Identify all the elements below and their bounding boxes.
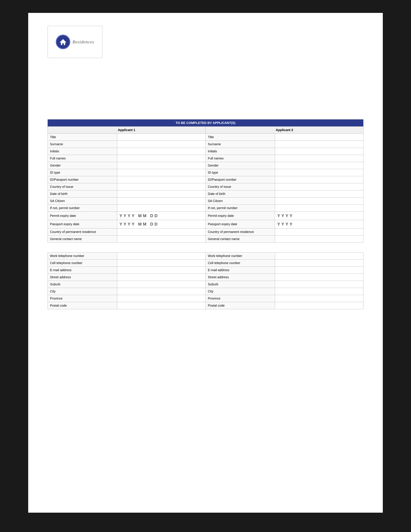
app1-value-11[interactable]: YYYY MM DD xyxy=(117,212,206,220)
app2-value-4[interactable] xyxy=(275,162,364,169)
contact-value-app1-2[interactable] xyxy=(117,267,206,274)
app1-value-7[interactable] xyxy=(117,183,206,190)
app1-label-1: Surname xyxy=(48,141,117,148)
app2-value-3[interactable] xyxy=(275,155,364,162)
contact-value-app2-3[interactable] xyxy=(275,274,364,281)
app2-value-1[interactable] xyxy=(275,141,364,148)
contact-label-app1-3: Street address xyxy=(48,274,117,281)
app2-label-8: Date of birth xyxy=(206,190,275,198)
app1-value-12[interactable]: YYYY MM DD xyxy=(117,220,206,228)
app1-label-4: Gender xyxy=(48,162,117,169)
contact-value-app2-6[interactable] xyxy=(275,295,364,302)
app1-label-8: Date of birth xyxy=(48,190,117,198)
logo-circle xyxy=(56,35,70,49)
app1-label-5: ID type xyxy=(48,169,117,176)
app2-value-14[interactable] xyxy=(275,236,364,243)
contact-value-app1-5[interactable] xyxy=(117,288,206,295)
app2-label-6: ID/Passport number xyxy=(206,176,275,183)
app1-label-7: Country of issue xyxy=(48,183,117,190)
app1-label-6: ID/Passport number xyxy=(48,176,117,183)
contact-label-app1-6: Province xyxy=(48,295,117,302)
page: Residences TO BE COMPLETED BY APPLICANT(… xyxy=(28,13,383,513)
date-placeholder-app2-11: YYYY xyxy=(277,213,293,218)
contact-label-app2-3: Street address xyxy=(206,274,275,281)
app1-value-13[interactable] xyxy=(117,228,206,236)
app1-label-13: Country of permanent residence xyxy=(48,228,117,236)
app1-value-3[interactable] xyxy=(117,155,206,162)
app2-label-5: ID type xyxy=(206,169,275,176)
contact-value-app1-1[interactable] xyxy=(117,260,206,267)
contact-label-app2-0: Work telephone number xyxy=(206,252,275,260)
app2-value-6[interactable] xyxy=(275,176,364,183)
app2-label-0: Title xyxy=(206,134,275,141)
logo-inner: Residences xyxy=(56,35,94,49)
contact-value-app1-3[interactable] xyxy=(117,274,206,281)
app1-value-9[interactable] xyxy=(117,198,206,205)
section-title: TO BE COMPLETED BY APPLICANT(S) xyxy=(48,119,364,127)
contact-label-app2-4: Suburb xyxy=(206,281,275,288)
app2-value-7[interactable] xyxy=(275,183,364,190)
app1-label-14: General contact name xyxy=(48,236,117,243)
contact-value-app2-5[interactable] xyxy=(275,288,364,295)
date-placeholder-app1-12: YYYY MM DD xyxy=(120,222,159,227)
contact-label-app1-4: Suburb xyxy=(48,281,117,288)
contact-value-app2-1[interactable] xyxy=(275,260,364,267)
applicant1-header: Applicant 1 xyxy=(48,127,206,134)
app2-label-11: Permit expiry date xyxy=(206,212,275,220)
app2-value-10[interactable] xyxy=(275,205,364,212)
contact-value-app2-7[interactable] xyxy=(275,302,364,309)
contact-value-app1-0[interactable] xyxy=(117,252,206,260)
app2-label-10: If not, permit number xyxy=(206,205,275,212)
contact-value-app1-4[interactable] xyxy=(117,281,206,288)
app2-label-14: General contact name xyxy=(206,236,275,243)
svg-rect-1 xyxy=(62,43,64,45)
contact-label-app2-2: E-mail address xyxy=(206,267,275,274)
app2-label-7: Country of issue xyxy=(206,183,275,190)
spacer-area xyxy=(47,68,364,119)
date-placeholder-app1-11: YYYY MM DD xyxy=(120,213,159,218)
app2-label-4: Gender xyxy=(206,162,275,169)
app2-label-9: SA Citizen xyxy=(206,198,275,205)
app2-value-0[interactable] xyxy=(275,134,364,141)
contact-value-app2-4[interactable] xyxy=(275,281,364,288)
contact-value-app1-6[interactable] xyxy=(117,295,206,302)
app1-value-5[interactable] xyxy=(117,169,206,176)
app2-value-5[interactable] xyxy=(275,169,364,176)
app2-label-13: Country of permanent residence xyxy=(206,228,275,236)
main-form-table: TO BE COMPLETED BY APPLICANT(S) Applican… xyxy=(47,119,364,243)
contact-label-app2-5: City xyxy=(206,288,275,295)
logo-text: Residences xyxy=(73,39,94,45)
contact-label-app1-2: E-mail address xyxy=(48,267,117,274)
contact-label-app1-5: City xyxy=(48,288,117,295)
app2-value-12[interactable]: YYYY xyxy=(275,220,364,228)
app2-value-2[interactable] xyxy=(275,148,364,155)
app1-label-3: Full names xyxy=(48,155,117,162)
app1-value-10[interactable] xyxy=(117,205,206,212)
contact-value-app2-2[interactable] xyxy=(275,267,364,274)
contact-table: Work telephone numberWork telephone numb… xyxy=(47,252,364,309)
contact-label-app1-0: Work telephone number xyxy=(48,252,117,260)
app1-label-12: Passport expiry date xyxy=(48,220,117,228)
app2-label-1: Surname xyxy=(206,141,275,148)
app1-value-2[interactable] xyxy=(117,148,206,155)
contact-label-app2-7: Postal code xyxy=(206,302,275,309)
app1-value-0[interactable] xyxy=(117,134,206,141)
app1-value-14[interactable] xyxy=(117,236,206,243)
app2-value-9[interactable] xyxy=(275,198,364,205)
app1-value-1[interactable] xyxy=(117,141,206,148)
contact-value-app1-7[interactable] xyxy=(117,302,206,309)
app1-label-2: Initials xyxy=(48,148,117,155)
app1-value-4[interactable] xyxy=(117,162,206,169)
contact-value-app2-0[interactable] xyxy=(275,252,364,260)
app2-label-3: Full names xyxy=(206,155,275,162)
app1-value-6[interactable] xyxy=(117,176,206,183)
app2-value-13[interactable] xyxy=(275,228,364,236)
contact-label-app1-1: Cell telephone number xyxy=(48,260,117,267)
contact-label-app2-1: Cell telephone number xyxy=(206,260,275,267)
app2-label-12: Passport expiry date xyxy=(206,220,275,228)
app2-value-11[interactable]: YYYY xyxy=(275,212,364,220)
app1-label-10: If not, permit number xyxy=(48,205,117,212)
app1-label-0: Title xyxy=(48,134,117,141)
app2-value-8[interactable] xyxy=(275,190,364,198)
app1-value-8[interactable] xyxy=(117,190,206,198)
